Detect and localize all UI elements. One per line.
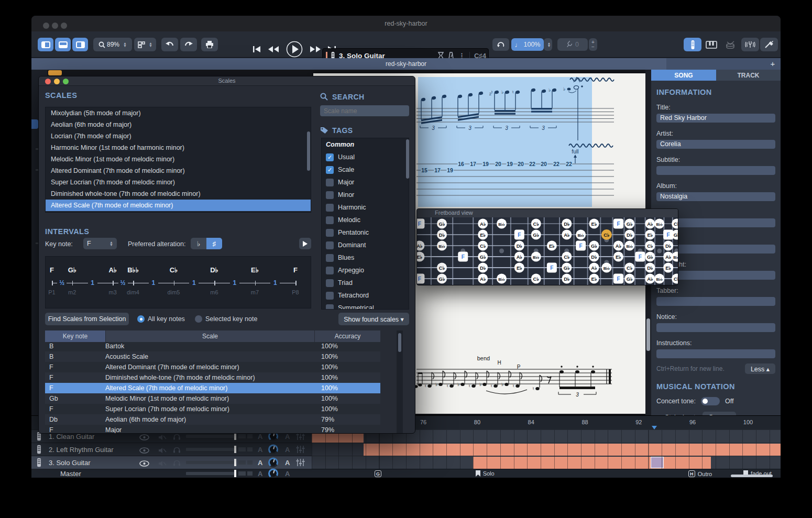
scale-list-item[interactable]: Locrian (7th mode of major) bbox=[46, 130, 311, 142]
scale-list-item[interactable]: Diminished whole-tone (7th mode of melod… bbox=[46, 188, 311, 200]
field-title[interactable]: Red Sky Harbor bbox=[656, 114, 775, 123]
fretboard-note[interactable]: E♭ bbox=[663, 263, 673, 273]
fretboard-note[interactable]: C♭ bbox=[437, 263, 447, 273]
fretboard-note[interactable]: E♭ bbox=[514, 263, 524, 273]
page-layout-control[interactable]: ▲▼ bbox=[134, 38, 156, 51]
checkbox-unchecked[interactable] bbox=[326, 241, 334, 249]
dialog-titlebar[interactable]: Scales bbox=[39, 76, 415, 86]
mixer-faders-icon[interactable] bbox=[296, 433, 305, 440]
fretboard-note[interactable]: D♭ bbox=[589, 252, 599, 262]
tag-item[interactable]: Triad bbox=[322, 277, 409, 289]
col-accuracy[interactable]: Accuracy bbox=[315, 330, 380, 342]
fretboard-note[interactable]: F bbox=[417, 219, 424, 229]
tag-item[interactable]: ✓Scale bbox=[322, 163, 409, 176]
slider-handle[interactable] bbox=[234, 459, 236, 466]
zoom-control[interactable]: 89% ▲▼ bbox=[93, 38, 132, 51]
slider-handle[interactable] bbox=[234, 433, 236, 440]
section-marker[interactable]: HOutro bbox=[688, 470, 712, 477]
checkbox-unchecked[interactable] bbox=[326, 267, 334, 274]
scale-list-item[interactable]: Harmonic Minor (1st mode of harmonic min… bbox=[46, 142, 311, 153]
col-key-note[interactable]: Key note bbox=[45, 330, 105, 342]
undo-button[interactable] bbox=[161, 38, 178, 51]
field-artist[interactable]: Corelia bbox=[656, 140, 775, 149]
fretboard-note[interactable]: D♭ bbox=[663, 241, 673, 251]
tag-item[interactable]: Minor bbox=[322, 189, 409, 201]
fretboard-window[interactable]: Fretboard view FG♭A♭B♭♭C♭D♭E♭FG♭A♭B♭♭C♭D… bbox=[416, 208, 678, 285]
fretboard[interactable]: FG♭A♭B♭♭C♭D♭E♭FG♭A♭B♭♭C♭D♭E♭FG♭A♭B♭♭C♭D♭… bbox=[417, 217, 678, 285]
tag-item[interactable]: Blues bbox=[322, 251, 409, 264]
fretboard-note[interactable]: G♭ bbox=[589, 241, 599, 251]
mute-icon[interactable] bbox=[158, 460, 167, 467]
fretboard-note[interactable]: C♭ bbox=[478, 241, 488, 251]
fretboard-note[interactable]: B♭♭ bbox=[654, 274, 664, 284]
fretboard-note[interactable]: F bbox=[576, 241, 586, 251]
volume-slider[interactable] bbox=[186, 446, 255, 453]
tag-item[interactable]: Tetrachord bbox=[322, 289, 409, 302]
tag-item[interactable]: Arpeggio bbox=[322, 264, 409, 277]
pan-knob[interactable] bbox=[268, 458, 278, 468]
play-button[interactable] bbox=[286, 41, 303, 58]
fretboard-note[interactable]: A♭ bbox=[562, 230, 572, 240]
checkbox-unchecked[interactable] bbox=[326, 292, 334, 300]
fretboard-note[interactable]: B♭♭ bbox=[654, 219, 664, 229]
checkbox-unchecked[interactable] bbox=[326, 204, 334, 212]
clip-span[interactable] bbox=[364, 444, 781, 456]
fretboard-note[interactable]: D♭ bbox=[562, 274, 572, 284]
scale-search-input[interactable] bbox=[320, 105, 409, 116]
mixer-faders-icon[interactable] bbox=[296, 446, 305, 453]
scale-list-item[interactable]: Aeolian (6th mode of major) bbox=[46, 119, 311, 130]
speed-stepper[interactable]: ▲▼ bbox=[544, 38, 552, 51]
fretboard-note[interactable]: D♭ bbox=[478, 263, 488, 273]
scales-listbox[interactable]: Mixolydian (5th mode of major)Aeolian (6… bbox=[45, 107, 311, 213]
go-to-start-icon[interactable] bbox=[253, 46, 261, 53]
volume-slider[interactable] bbox=[186, 433, 255, 440]
field-tabber[interactable] bbox=[656, 297, 775, 306]
field-subtitle[interactable] bbox=[656, 166, 775, 175]
fretboard-note[interactable]: E♭ bbox=[613, 252, 623, 262]
mute-icon[interactable] bbox=[158, 447, 167, 454]
visibility-eye-icon[interactable] bbox=[139, 434, 149, 440]
fretboard-note[interactable]: D♭ bbox=[437, 230, 447, 240]
scale-list-item[interactable]: Super Locrian (7th mode of melodic minor… bbox=[46, 177, 311, 188]
scales-dialog[interactable]: Scales SCALES Mixolydian (5th mode of ma… bbox=[38, 76, 415, 434]
fretboard-note[interactable]: F bbox=[613, 274, 623, 284]
dialog-zoom-button[interactable] bbox=[63, 79, 69, 84]
dialog-close-button[interactable] bbox=[45, 79, 51, 84]
tag-item[interactable]: Symmetrical bbox=[322, 302, 409, 310]
automation-letter[interactable]: A bbox=[285, 470, 290, 478]
fretboard-note[interactable]: B♭♭ bbox=[437, 241, 447, 251]
redo-button[interactable] bbox=[180, 38, 197, 51]
fretboard-note[interactable]: C♭ bbox=[601, 229, 612, 240]
visibility-eye-icon[interactable] bbox=[139, 460, 149, 467]
section-marker[interactable]: G bbox=[375, 470, 381, 477]
table-row[interactable]: GbMelodic Minor (1st mode of melodic min… bbox=[45, 393, 380, 404]
fretboard-note[interactable]: E♭ bbox=[478, 230, 488, 240]
table-row[interactable]: FSuper Locrian (7th mode of melodic mino… bbox=[45, 404, 380, 414]
table-row[interactable]: BBartok100% bbox=[45, 341, 380, 351]
tag-item[interactable]: Pentatonic bbox=[322, 226, 409, 239]
checkbox-unchecked[interactable] bbox=[326, 216, 334, 224]
concert-tone-toggle[interactable] bbox=[701, 397, 720, 405]
table-row[interactable]: FDiminished whole-tone (7th mode of melo… bbox=[45, 372, 380, 383]
fretboard-note[interactable]: G♭ bbox=[478, 252, 488, 262]
fretboard-note[interactable]: C♭ bbox=[645, 241, 655, 251]
checkbox-checked[interactable]: ✓ bbox=[326, 153, 334, 161]
play-scale-button[interactable] bbox=[299, 238, 311, 249]
fretboard-note[interactable]: E♭ bbox=[547, 241, 557, 251]
fretboard-note[interactable]: A♭ bbox=[645, 219, 655, 229]
fretboard-note[interactable]: D♭ bbox=[645, 263, 655, 273]
visibility-eye-icon[interactable] bbox=[139, 447, 149, 454]
fretboard-note[interactable]: F bbox=[613, 219, 623, 229]
tag-item[interactable]: Dominant bbox=[322, 239, 409, 251]
headphones-solo-icon[interactable] bbox=[173, 434, 181, 440]
fretboard-note[interactable]: F bbox=[417, 274, 424, 284]
track-row[interactable]: 2. Left Rhythm GuitarAA bbox=[31, 443, 312, 456]
volume-slider[interactable] bbox=[186, 459, 255, 466]
scale-list-item[interactable]: Melodic Minor (1st mode of melodic minor… bbox=[46, 153, 311, 165]
fretboard-note[interactable]: E♭ bbox=[645, 230, 655, 240]
automation-letter[interactable]: A bbox=[258, 446, 262, 454]
field-album[interactable]: Nostalgia bbox=[656, 192, 775, 201]
fretboard-note[interactable]: G♭ bbox=[437, 274, 447, 284]
radio-selected-key-note[interactable]: Selected key note bbox=[195, 315, 257, 323]
table-row[interactable]: FAltered Dominant (7th mode of melodic m… bbox=[45, 362, 380, 372]
